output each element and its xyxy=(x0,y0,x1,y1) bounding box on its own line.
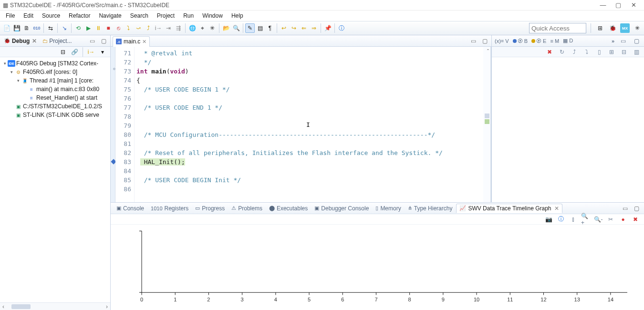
nav-fwd-icon[interactable]: ⇒ xyxy=(309,23,319,33)
restart-icon[interactable]: ⟲ xyxy=(73,23,83,33)
minimize-view-icon[interactable]: ▭ xyxy=(87,36,97,46)
close-icon[interactable]: ✕ xyxy=(32,38,37,44)
disconnect-icon[interactable]: ⎋ xyxy=(114,23,123,33)
graph-tool-icon[interactable]: ● xyxy=(618,215,628,224)
editor-tab-main-c[interactable]: .c main.c ✕ xyxy=(113,36,150,47)
maximize-view-icon[interactable]: ▢ xyxy=(99,36,108,46)
tree-row[interactable]: ▾IDEF405RG Debug [STM32 Cortex- xyxy=(0,59,110,68)
search-icon[interactable]: 🔍 xyxy=(231,23,241,33)
maximize-button[interactable]: ▢ xyxy=(611,1,626,9)
rp-tool-icon[interactable]: ⤴ xyxy=(570,47,579,57)
bottom-tab-executables[interactable]: ⬤Executables xyxy=(266,204,311,213)
close-icon[interactable]: ✕ xyxy=(142,39,146,45)
toggle-mark-icon[interactable]: ✎ xyxy=(245,23,255,33)
nav-back-icon[interactable]: ⇐ xyxy=(299,23,309,33)
menu-edit[interactable]: Edit xyxy=(20,11,37,20)
back-icon[interactable]: ↩ xyxy=(279,23,289,33)
instruction-step-icon[interactable]: i→ xyxy=(154,23,163,33)
bottom-tab-progress[interactable]: ▭Progress xyxy=(192,204,228,213)
use-step-filters-icon[interactable]: ⇶ xyxy=(174,23,183,33)
tree-row[interactable]: ≡main() at main.c:83 0x80 xyxy=(0,85,110,93)
minimize-view-icon[interactable]: ▭ xyxy=(618,36,628,46)
skip-breakpoints-icon[interactable]: ↘ xyxy=(60,23,69,33)
bottom-tab-type-hierarchy[interactable]: ⋔Type Hierarchy xyxy=(405,204,456,213)
scroll-up-icon[interactable]: ˆ xyxy=(487,49,489,55)
step-return-icon[interactable]: ⤴ xyxy=(144,23,153,33)
target-icon[interactable]: ⌖ xyxy=(197,23,207,33)
registers-icon[interactable]: 010 xyxy=(32,23,42,33)
info-icon[interactable]: ⓘ xyxy=(337,23,346,33)
step-over-icon[interactable]: ⤻ xyxy=(134,23,143,33)
menu-refactor[interactable]: Refactor xyxy=(65,11,94,20)
menu-run[interactable]: Run xyxy=(179,11,197,20)
open-type-icon[interactable]: 📂 xyxy=(221,23,231,33)
collapse-all-icon[interactable]: ⊟ xyxy=(58,47,68,57)
forward-icon[interactable]: ↪ xyxy=(289,23,299,33)
maximize-view-icon[interactable]: ▢ xyxy=(632,36,641,46)
build-icon[interactable]: ✳ xyxy=(208,23,217,33)
close-icon[interactable]: ✕ xyxy=(554,205,559,212)
bottom-tab-memory[interactable]: ▯Memory xyxy=(373,204,404,213)
debug-perspective-icon[interactable]: 🐞 xyxy=(608,23,617,33)
breakpoints-tab[interactable]: ⦿ B xyxy=(513,38,528,44)
suspend-icon[interactable]: ⏸ xyxy=(93,23,103,33)
view-control-icon[interactable]: ▭ xyxy=(620,204,630,213)
graph-tool-icon[interactable]: 🔍+ xyxy=(581,215,591,224)
cube-icon[interactable]: 🌐 xyxy=(187,23,197,33)
resume-icon[interactable]: ▶ xyxy=(83,23,93,33)
twisty-icon[interactable]: ▾ xyxy=(15,78,21,83)
menu-navigate[interactable]: Navigate xyxy=(95,11,125,20)
menu-window[interactable]: Window xyxy=(198,11,227,20)
graph-tool-icon[interactable]: 🔍- xyxy=(593,215,603,224)
close-window-button[interactable]: ✕ xyxy=(626,1,641,9)
rp-tool-icon[interactable]: ▥ xyxy=(632,47,641,57)
pin-icon[interactable]: 📌 xyxy=(323,23,332,33)
scroll-thumb[interactable] xyxy=(11,304,31,309)
switch-icon[interactable]: ⇆ xyxy=(46,23,55,33)
minimize-button[interactable]: — xyxy=(595,1,611,9)
new-icon[interactable]: 📄 xyxy=(2,23,11,33)
terminate-icon[interactable]: ■ xyxy=(104,23,113,33)
view-menu-icon[interactable]: ▾ xyxy=(98,47,107,57)
show-more-icon[interactable]: » xyxy=(612,38,614,44)
bottom-tab-problems[interactable]: ⚠Problems xyxy=(229,204,265,213)
expressions-tab[interactable]: ⦿ E xyxy=(531,38,546,44)
debug-tab[interactable]: 🐞 Debug ✕ xyxy=(2,37,39,45)
debug-tree[interactable]: ▾IDEF405RG Debug [STM32 Cortex-▾⚙F405RG.… xyxy=(0,57,110,302)
swv-graph[interactable]: 0123456789101112131401 xyxy=(111,225,644,310)
project-explorer-tab[interactable]: 🗀 Project... xyxy=(41,37,73,45)
save-all-icon[interactable]: 🗎 xyxy=(22,23,31,33)
scroll-left-icon[interactable]: ‹ xyxy=(0,303,7,310)
bottom-tab-registers[interactable]: 1010Registers xyxy=(148,204,191,213)
graph-tool-icon[interactable]: ✂ xyxy=(606,215,615,224)
modules-tab[interactable]: ≡ M xyxy=(550,38,559,44)
maximize-editor-icon[interactable]: ▢ xyxy=(480,36,489,46)
variables-tab[interactable]: (x)= V xyxy=(495,38,509,44)
tree-row[interactable]: ▣C:/ST/STM32CubeIDE_1.0.2/S xyxy=(0,102,110,111)
quick-access-input[interactable] xyxy=(529,23,586,33)
scroll-right-icon[interactable]: › xyxy=(104,303,110,310)
tree-row[interactable]: ▾🧵Thread #1 [main] 1 [core: xyxy=(0,76,110,85)
disassembly-tab[interactable]: ▦ D xyxy=(563,38,573,44)
menu-project[interactable]: Project xyxy=(153,11,178,20)
rp-tool-icon[interactable]: ✖ xyxy=(545,47,554,57)
save-icon[interactable]: 💾 xyxy=(12,23,21,33)
menu-help[interactable]: Help xyxy=(228,11,247,20)
drop-to-frame-icon[interactable]: ⇥ xyxy=(164,23,173,33)
menu-file[interactable]: File xyxy=(2,11,19,20)
graph-tool-icon[interactable]: 📷 xyxy=(544,215,553,224)
rp-tool-icon[interactable]: ⤵ xyxy=(582,47,592,57)
menu-search[interactable]: Search xyxy=(126,11,152,20)
show-whitespace-icon[interactable]: ¶ xyxy=(265,23,275,33)
tree-row[interactable]: ▣ST-LINK (ST-LINK GDB serve xyxy=(0,111,110,119)
rp-tool-icon[interactable]: ⊞ xyxy=(607,47,616,57)
rp-tool-icon[interactable]: ↻ xyxy=(557,47,567,57)
minimize-editor-icon[interactable]: ▭ xyxy=(468,36,478,46)
tree-row[interactable]: ▾⚙F405RG.elf [cores: 0] xyxy=(0,68,110,76)
bottom-tab-console[interactable]: ▣Console xyxy=(114,204,147,213)
graph-tool-icon[interactable]: ⫿ xyxy=(569,215,578,224)
twisty-icon[interactable]: ▾ xyxy=(2,61,8,66)
left-hscroll[interactable]: ‹ › xyxy=(0,302,110,310)
toggle-block-icon[interactable]: ▤ xyxy=(255,23,265,33)
twisty-icon[interactable]: ▾ xyxy=(9,70,14,74)
